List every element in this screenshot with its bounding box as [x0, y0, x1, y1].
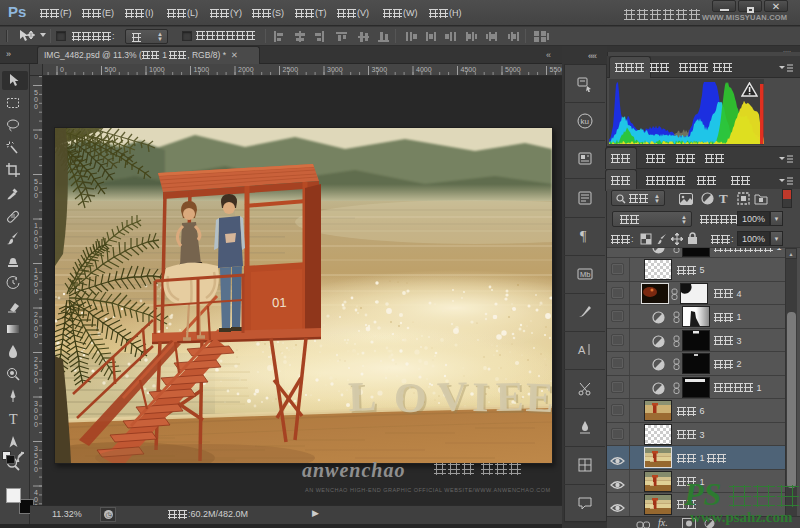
svg-text:0: 0	[34, 325, 38, 332]
svg-text:3: 3	[34, 400, 38, 407]
svg-text:1: 1	[34, 222, 38, 229]
svg-text:1: 1	[34, 267, 38, 274]
svg-text:0: 0	[34, 318, 38, 325]
svg-text:0: 0	[34, 370, 38, 377]
svg-text:2: 2	[34, 311, 38, 318]
svg-text:0: 0	[34, 288, 38, 295]
svg-text:0: 0	[34, 243, 38, 250]
svg-text:5000: 5000	[505, 66, 521, 73]
svg-text:3000: 3000	[327, 66, 343, 73]
svg-text:0: 0	[34, 414, 38, 421]
svg-text:2: 2	[34, 356, 38, 363]
svg-text:4000: 4000	[416, 66, 432, 73]
svg-text:1500: 1500	[194, 66, 210, 73]
svg-text:5: 5	[34, 178, 38, 185]
svg-text:0: 0	[34, 466, 38, 473]
svg-text:4500: 4500	[461, 66, 477, 73]
svg-text:2000: 2000	[238, 66, 254, 73]
svg-text:5500: 5500	[550, 66, 563, 73]
svg-text:0: 0	[60, 66, 64, 73]
svg-text:0: 0	[34, 421, 38, 428]
svg-text:0: 0	[34, 103, 38, 110]
svg-text:0: 0	[34, 185, 38, 192]
svg-text:5: 5	[34, 274, 38, 281]
svg-text:0: 0	[34, 496, 38, 503]
svg-text:500: 500	[105, 66, 117, 73]
svg-text:0: 0	[34, 133, 38, 140]
svg-text:5: 5	[34, 363, 38, 370]
svg-text:0: 0	[34, 407, 38, 414]
svg-text:0: 0	[34, 236, 38, 243]
svg-text:3500: 3500	[372, 66, 388, 73]
svg-text:0: 0	[34, 459, 38, 466]
svg-text:A: A	[578, 344, 586, 356]
svg-text:1000: 1000	[149, 66, 165, 73]
svg-text:¶: ¶	[580, 229, 587, 244]
svg-text:0: 0	[34, 332, 38, 339]
svg-text:Mb: Mb	[580, 270, 590, 279]
svg-text:0: 0	[34, 377, 38, 384]
svg-text:0: 0	[34, 96, 38, 103]
svg-text:0: 0	[34, 229, 38, 236]
svg-text:0: 0	[34, 281, 38, 288]
svg-text:5: 5	[34, 452, 38, 459]
svg-text:5: 5	[34, 89, 38, 96]
svg-text:ku: ku	[580, 117, 588, 126]
svg-text:3: 3	[34, 445, 38, 452]
svg-text:T: T	[9, 412, 18, 427]
svg-text:4: 4	[34, 489, 38, 496]
svg-text:2500: 2500	[283, 66, 299, 73]
svg-text:0: 0	[34, 192, 38, 199]
